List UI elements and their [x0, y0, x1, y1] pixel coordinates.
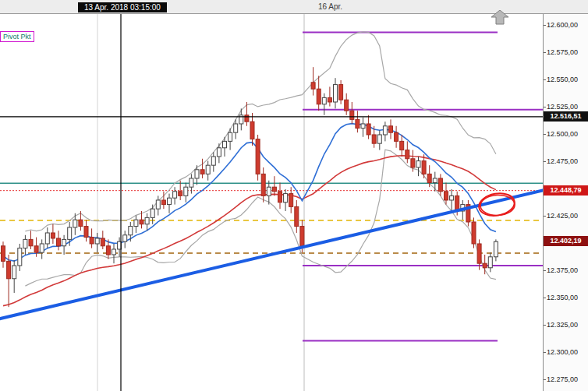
scroll-latest-up-arrow-icon[interactable]: [491, 10, 508, 25]
price-tick-label: 12.375,00: [547, 266, 578, 274]
candlestick: [211, 157, 215, 165]
candlestick: [223, 141, 227, 147]
alert-price-badge: 12.448,79: [544, 185, 588, 196]
price-tick-label: 12.575,00: [547, 48, 578, 56]
candlestick: [2, 246, 5, 262]
candlestick: [422, 161, 426, 174]
crosshair-time-badge: 13 Apr. 2018 03:15:00: [78, 2, 167, 12]
candlestick: [129, 227, 133, 235]
candlestick: [416, 161, 420, 167]
candlestick: [156, 200, 160, 209]
candlestick: [34, 246, 38, 252]
candlestick: [400, 141, 404, 150]
candlestick: [477, 244, 481, 263]
candlestick: [472, 222, 476, 244]
candlestick: [311, 83, 315, 89]
candlestick: [234, 124, 238, 132]
candlestick: [179, 192, 182, 196]
price-tick-label: 12.600,00: [547, 21, 578, 29]
candlestick: [250, 122, 254, 139]
price-tick-label: 12.275,00: [547, 375, 578, 383]
candlestick: [395, 132, 398, 141]
price-tick-label: 12.325,00: [547, 321, 578, 329]
candlestick: [29, 239, 33, 245]
candlestick: [12, 266, 16, 279]
candlestick: [51, 233, 55, 238]
candlestick: [289, 194, 293, 207]
candlestick: [173, 192, 177, 198]
candlestick: [68, 227, 72, 239]
candlestick: [295, 206, 299, 226]
candlestick: [190, 178, 193, 187]
candlestick: [372, 135, 376, 143]
candlestick: [300, 227, 304, 246]
candlestick: [438, 178, 442, 192]
candlestick: [278, 192, 282, 203]
candlestick: [134, 220, 138, 226]
candlestick: [350, 111, 354, 119]
candlestick: [228, 132, 232, 141]
candlestick: [328, 97, 331, 102]
candlestick: [23, 239, 27, 248]
last-price-badge: 12.402,19: [544, 236, 588, 246]
candlestick: [261, 174, 265, 196]
candlestick: [95, 238, 99, 244]
candlestick: [389, 126, 393, 132]
chart-canvas[interactable]: [0, 14, 543, 391]
trend-line: [0, 190, 543, 319]
candlestick: [383, 126, 387, 135]
candlestick: [411, 159, 415, 167]
candlestick: [57, 238, 61, 246]
candlestick: [339, 85, 343, 100]
candlestick: [322, 97, 326, 104]
candlestick: [445, 192, 448, 200]
price-tick-label: 12.350,00: [547, 294, 578, 301]
candlestick: [317, 89, 321, 104]
candlestick: [406, 150, 409, 159]
candlestick: [356, 119, 360, 128]
price-tick-label: 12.550,00: [547, 76, 578, 83]
candlestick: [217, 148, 221, 157]
candlestick: [101, 238, 104, 246]
candlestick: [345, 100, 349, 111]
candlestick: [488, 257, 492, 268]
candlestick: [433, 178, 437, 183]
candlestick: [245, 115, 249, 122]
candlestick: [450, 196, 454, 200]
candlestick: [195, 170, 199, 178]
candlestick: [84, 227, 88, 238]
candlestick: [145, 217, 149, 224]
candlestick: [184, 187, 188, 196]
candlestick: [45, 233, 49, 244]
candlestick: [106, 246, 110, 255]
session-label-16-apr: 16 Apr.: [318, 2, 342, 11]
price-tick-label: 12.500,00: [547, 130, 578, 138]
ema-slow-line: [3, 156, 496, 306]
candlestick: [256, 139, 260, 174]
ema-fast-line: [3, 124, 496, 261]
candlestick: [161, 200, 165, 205]
bollinger-upper-band: [25, 32, 496, 231]
candlestick: [123, 235, 127, 241]
candlestick: [140, 220, 143, 224]
candlestick: [168, 198, 172, 204]
candlestick: [18, 248, 22, 266]
crosshair-price-badge: 12.516,51: [544, 111, 588, 122]
candlestick: [334, 85, 338, 102]
candlestick: [272, 187, 276, 192]
pivot-points-label: Pivot Pkt: [0, 31, 34, 42]
candlestick: [90, 238, 94, 244]
candlestick: [62, 239, 66, 245]
price-tick-label: 12.300,00: [547, 348, 578, 356]
candlestick: [40, 244, 44, 252]
candlestick: [73, 220, 77, 227]
candlestick: [151, 209, 154, 217]
candlestick: [284, 194, 288, 203]
price-tick-label: 12.425,00: [547, 212, 578, 220]
price-tick-label: 12.525,00: [547, 103, 578, 111]
candlestick: [361, 124, 365, 129]
candlestick: [377, 135, 381, 143]
candlestick: [7, 261, 11, 278]
trading-chart-screen: 13 Apr. 2018 03:15:00 16 Apr. 12.600,001…: [0, 0, 588, 391]
candlestick: [112, 249, 116, 255]
